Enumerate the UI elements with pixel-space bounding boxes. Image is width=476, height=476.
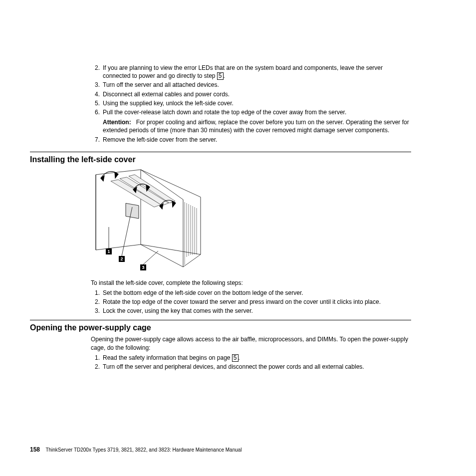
list-item: 5. Using the supplied key, unlock the le… bbox=[91, 99, 411, 107]
step-number: 2. bbox=[91, 64, 103, 80]
page-number: 158 bbox=[30, 446, 40, 453]
list-item: 7. Remove the left-side cover from the s… bbox=[91, 136, 411, 144]
list-item: 3. Turn off the server and all attached … bbox=[91, 81, 411, 89]
step-number: 1. bbox=[91, 354, 103, 362]
list-item: 1. Set the bottom edge of the left-side … bbox=[91, 289, 411, 297]
page-container: 2. If you are planning to view the error… bbox=[0, 0, 476, 476]
list-item: 1. Read the safety information that begi… bbox=[91, 354, 411, 362]
step-number: 3. bbox=[91, 81, 103, 89]
step-text: Lock the cover, using the key that comes… bbox=[103, 307, 411, 315]
open-psu-steps-list: 1. Read the safety information that begi… bbox=[91, 354, 411, 371]
step-suffix: . bbox=[238, 354, 240, 361]
attention-note: Attention: For proper cooling and airflo… bbox=[103, 118, 411, 134]
step-text: Set the bottom edge of the left-side cov… bbox=[103, 289, 411, 297]
step-number: 2. bbox=[91, 298, 103, 306]
step-prefix: If you are planning to view the error LE… bbox=[103, 64, 383, 79]
list-item: 6. Pull the cover-release latch down and… bbox=[91, 108, 411, 135]
list-item: 2. If you are planning to view the error… bbox=[91, 64, 411, 80]
step-number: 4. bbox=[91, 90, 103, 98]
server-diagram-svg bbox=[91, 167, 211, 275]
continued-steps-list: 2. If you are planning to view the error… bbox=[91, 64, 411, 144]
step-body: Pull the cover-release latch down and ro… bbox=[103, 108, 411, 135]
svg-rect-0 bbox=[126, 203, 139, 219]
page-ref-link[interactable]: 5 bbox=[232, 354, 238, 362]
section-intro: Opening the power-supply cage allows acc… bbox=[91, 335, 411, 351]
step-text: Disconnect all external cables and power… bbox=[103, 90, 411, 98]
step-suffix: . bbox=[224, 72, 225, 79]
list-item: 3. Lock the cover, using the key that co… bbox=[91, 307, 411, 315]
footer-text: ThinkServer TD200x Types 3719, 3821, 382… bbox=[45, 447, 241, 453]
step-text: Remove the left-side cover from the serv… bbox=[103, 136, 411, 144]
section-intro: To install the left-side cover, complete… bbox=[91, 279, 411, 287]
step-number: 1. bbox=[91, 289, 103, 297]
step-text: Using the supplied key, unlock the left-… bbox=[103, 99, 411, 107]
diagram-left-side-cover: 1 2 3 bbox=[91, 167, 211, 275]
step-number: 5. bbox=[91, 99, 103, 107]
step-number: 3. bbox=[91, 307, 103, 315]
step-number: 6. bbox=[91, 108, 103, 135]
section-heading: Opening the power-supply cage bbox=[30, 323, 411, 332]
attention-label: Attention: bbox=[103, 119, 131, 126]
section-rule bbox=[30, 152, 411, 152]
step-text: Turn off the server and peripheral devic… bbox=[103, 363, 411, 371]
step-prefix: Read the safety information that begins … bbox=[103, 354, 232, 361]
list-item: 4. Disconnect all external cables and po… bbox=[91, 90, 411, 98]
install-steps-list: 1. Set the bottom edge of the left-side … bbox=[91, 289, 411, 315]
callout-2: 2 bbox=[119, 256, 125, 262]
section-rule bbox=[30, 320, 411, 320]
callout-3: 3 bbox=[140, 264, 146, 270]
attention-text: For proper cooling and airflow, replace … bbox=[103, 119, 409, 134]
step-text: Pull the cover-release latch down and ro… bbox=[103, 109, 346, 116]
step-number: 2. bbox=[91, 363, 103, 371]
content-area: 2. If you are planning to view the error… bbox=[0, 0, 476, 371]
page-ref-link[interactable]: 5 bbox=[217, 72, 224, 80]
page-footer: 158 ThinkServer TD200x Types 3719, 3821,… bbox=[30, 446, 242, 453]
callout-1: 1 bbox=[106, 248, 112, 254]
step-text: Read the safety information that begins … bbox=[103, 354, 411, 362]
step-text: Rotate the top edge of the cover toward … bbox=[103, 298, 411, 306]
step-text: If you are planning to view the error LE… bbox=[103, 64, 411, 80]
list-item: 2. Turn off the server and peripheral de… bbox=[91, 363, 411, 371]
step-number: 7. bbox=[91, 136, 103, 144]
section-heading: Installing the left-side cover bbox=[30, 155, 411, 164]
list-item: 2. Rotate the top edge of the cover towa… bbox=[91, 298, 411, 306]
step-text: Turn off the server and all attached dev… bbox=[103, 81, 411, 89]
